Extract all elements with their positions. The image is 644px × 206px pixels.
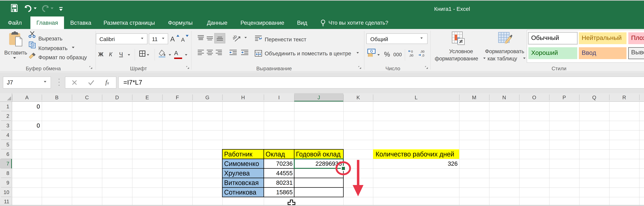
svg-text:0: 0 (411, 50, 413, 53)
svg-text:,0: ,0 (422, 54, 424, 57)
svg-text:,00: ,00 (409, 54, 413, 57)
svg-text:,00: ,00 (420, 50, 424, 53)
